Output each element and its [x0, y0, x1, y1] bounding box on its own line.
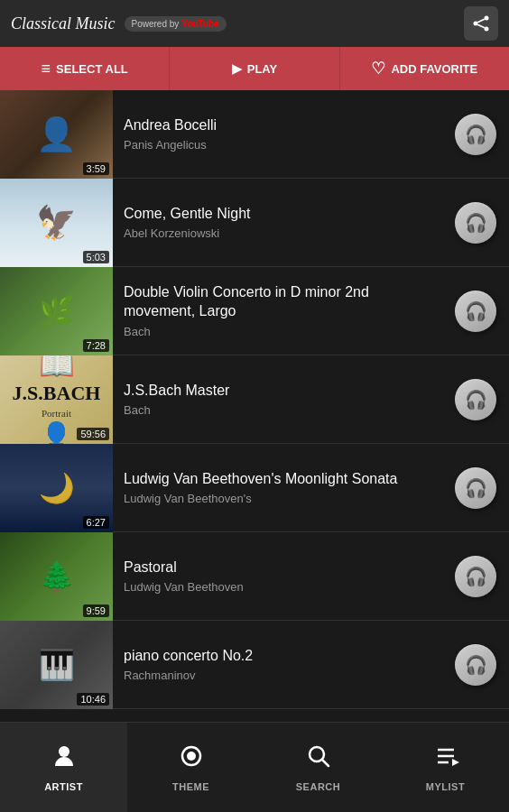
nav-label-mylist: MYLIST [426, 781, 465, 792]
add-favorite-button[interactable]: ADD FAVORITE [340, 47, 509, 90]
select-all-icon [42, 60, 51, 78]
track-artist: Rachmaninov [124, 669, 442, 682]
headphone-icon: 🎧 [465, 300, 487, 322]
track-item[interactable]: 6:27Ludwig Van Beethoven's Moonlight Son… [0, 444, 509, 532]
track-title: Ludwig Van Beethoven's Moonlight Sonata [124, 470, 442, 489]
svg-point-1 [474, 22, 478, 26]
headphone-icon: 🎧 [465, 389, 487, 411]
track-title: Pastoral [124, 558, 442, 577]
track-play-button[interactable]: 🎧 [453, 377, 498, 422]
track-title: J.S.Bach Master [124, 382, 442, 401]
track-duration: 5:03 [83, 251, 109, 263]
track-item[interactable]: 10:46piano concerto No.2Rachmaninov🎧 [0, 621, 509, 709]
track-info: J.S.Bach MasterBach [113, 374, 453, 425]
track-duration: 3:59 [83, 162, 109, 175]
track-thumbnail: J.S.BACH Portrait 👤 59:56 [0, 355, 113, 444]
header-left: Classical Music Powered by YouTube [11, 14, 227, 33]
track-info: Ludwig Van Beethoven's Moonlight SonataL… [113, 463, 453, 513]
track-play-button[interactable]: 🎧 [453, 200, 498, 245]
bottom-nav: ARTISTTHEMESEARCHMYLIST [0, 722, 509, 812]
nav-label-artist: ARTIST [44, 781, 83, 792]
headphone-button[interactable]: 🎧 [455, 114, 496, 155]
track-info: PastoralLudwig Van Beethoven [113, 551, 453, 602]
artist-nav-icon [51, 743, 78, 776]
track-thumbnail: 10:46 [0, 621, 113, 709]
track-info: piano concerto No.2Rachmaninov [113, 640, 453, 690]
track-info: Double Violin Concerto in D minor 2nd mo… [113, 276, 453, 346]
track-info: Come, Gentle NightAbel Korzeniowski [113, 198, 453, 248]
share-icon [472, 14, 490, 32]
track-duration: 10:46 [77, 693, 109, 706]
select-all-button[interactable]: SELECT ALL [0, 47, 170, 90]
headphone-button[interactable]: 🎧 [455, 467, 496, 509]
track-title: Come, Gentle Night [124, 205, 442, 224]
headphone-button[interactable]: 🎧 [455, 379, 496, 420]
theme-nav-icon [178, 743, 205, 776]
nav-item-mylist[interactable]: MYLIST [382, 723, 509, 812]
track-item[interactable]: 9:59PastoralLudwig Van Beethoven🎧 [0, 532, 509, 621]
track-item[interactable]: 3:59Andrea BocelliPanis Angelicus🎧 [0, 90, 509, 179]
headphone-button[interactable]: 🎧 [455, 291, 496, 332]
svg-point-0 [485, 16, 489, 21]
headphone-button[interactable]: 🎧 [455, 556, 496, 597]
headphone-icon: 🎧 [465, 477, 487, 499]
search-nav-icon [305, 743, 332, 776]
track-info: Andrea BocelliPanis Angelicus [113, 109, 453, 160]
track-artist: Abel Korzeniowski [124, 226, 442, 240]
track-item[interactable]: J.S.BACH Portrait 👤 59:56J.S.Bach Master… [0, 355, 509, 444]
app-title: Classical Music [11, 14, 116, 33]
track-artist: Ludwig Van Beethoven [124, 580, 442, 594]
track-artist: Panis Angelicus [124, 138, 442, 152]
track-artist: Ludwig Van Beethoven's [124, 492, 442, 505]
track-title: Andrea Bocelli [124, 116, 442, 135]
track-play-button[interactable]: 🎧 [453, 642, 498, 687]
track-thumbnail: 9:59 [0, 532, 113, 621]
powered-text: Powered by [132, 19, 180, 29]
track-play-button[interactable]: 🎧 [453, 554, 498, 599]
play-icon [232, 60, 242, 77]
track-play-button[interactable]: 🎧 [453, 112, 498, 157]
svg-point-2 [485, 27, 489, 32]
play-button[interactable]: PLAY [170, 47, 339, 90]
track-title: Double Violin Concerto in D minor 2nd mo… [124, 283, 442, 321]
svg-point-5 [59, 746, 69, 757]
headphone-icon: 🎧 [465, 654, 487, 676]
headphone-button[interactable]: 🎧 [455, 644, 496, 686]
headphone-icon: 🎧 [465, 124, 487, 145]
svg-marker-13 [452, 759, 459, 766]
powered-badge: Powered by YouTube [125, 16, 227, 32]
track-duration: 7:28 [83, 339, 109, 352]
track-artist: Bach [124, 325, 442, 338]
track-thumbnail: 6:27 [0, 444, 113, 532]
nav-label-theme: THEME [172, 781, 209, 792]
track-play-button[interactable]: 🎧 [453, 466, 498, 511]
track-duration: 59:56 [77, 428, 109, 440]
track-duration: 6:27 [83, 516, 109, 529]
track-play-button[interactable]: 🎧 [453, 289, 498, 334]
headphone-button[interactable]: 🎧 [455, 202, 496, 244]
nav-label-search: SEARCH [296, 781, 340, 792]
add-favorite-label: ADD FAVORITE [391, 62, 477, 76]
track-duration: 9:59 [83, 604, 109, 617]
toolbar: SELECT ALL PLAY ADD FAVORITE [0, 47, 509, 90]
nav-item-artist[interactable]: ARTIST [0, 723, 127, 812]
nav-item-search[interactable]: SEARCH [255, 723, 382, 812]
track-list: 3:59Andrea BocelliPanis Angelicus🎧5:03Co… [0, 90, 509, 776]
youtube-text: YouTube [181, 19, 218, 29]
track-title: piano concerto No.2 [124, 647, 442, 666]
svg-line-9 [322, 760, 329, 766]
svg-point-7 [187, 752, 196, 761]
nav-item-theme[interactable]: THEME [127, 723, 255, 812]
track-artist: Bach [124, 403, 442, 417]
track-thumbnail: 3:59 [0, 90, 113, 179]
share-button[interactable] [464, 6, 498, 41]
select-all-label: SELECT ALL [56, 62, 128, 76]
mylist-nav-icon [432, 743, 459, 776]
favorite-icon [371, 59, 385, 78]
track-item[interactable]: 7:28Double Violin Concerto in D minor 2n… [0, 267, 509, 355]
svg-line-3 [477, 19, 485, 23]
track-item[interactable]: 5:03Come, Gentle NightAbel Korzeniowski🎧 [0, 179, 509, 267]
headphone-icon: 🎧 [465, 212, 487, 234]
app-header: Classical Music Powered by YouTube [0, 0, 509, 47]
track-thumbnail: 7:28 [0, 267, 113, 355]
